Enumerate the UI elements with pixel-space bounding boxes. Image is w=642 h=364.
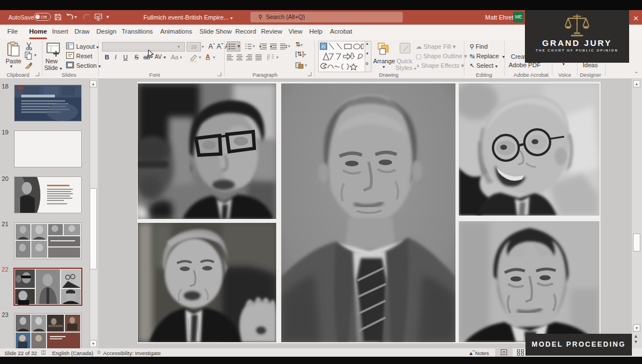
- svg-text:A: A: [322, 44, 325, 49]
